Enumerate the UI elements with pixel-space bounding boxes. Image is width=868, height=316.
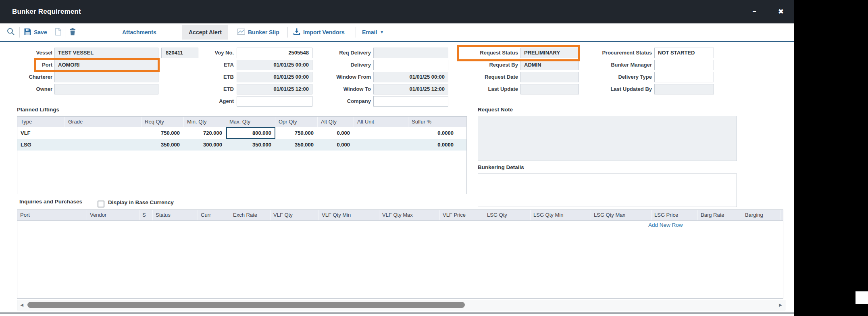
window-to-field[interactable]: 01/01/25 12:00 [373, 84, 448, 94]
cell-opr-qty[interactable]: 350.000 [275, 139, 318, 151]
last-update-field[interactable] [520, 84, 579, 94]
company-label: Company [322, 96, 371, 107]
cell-type[interactable]: LSG [17, 139, 65, 151]
procurement-status-label: Procurement Status [585, 48, 652, 58]
cell-max-qty[interactable]: 350.000 [226, 139, 275, 151]
bunkering-details-label: Bunkering Details [478, 164, 524, 170]
col-lsg-price: LSG Price [652, 210, 698, 220]
save-icon [24, 28, 31, 36]
col-port: Port [17, 210, 87, 220]
charterer-label: Charterer [8, 72, 52, 82]
col-s: S [139, 210, 153, 220]
search-icon [6, 27, 15, 37]
cell-sulfur[interactable]: 0.0000 [408, 127, 466, 139]
search-button[interactable] [6, 27, 15, 37]
cell-grade[interactable] [65, 127, 142, 139]
col-grade: Grade [65, 117, 142, 127]
etb-field[interactable]: 01/01/25 00:00 [237, 72, 312, 82]
request-note-textarea[interactable] [478, 116, 737, 161]
title-bar: Bunker Requirement − ✖ [0, 0, 794, 23]
etd-field[interactable]: 01/01/25 12:00 [237, 84, 312, 94]
accept-alert-button[interactable]: Accept Alert [182, 25, 228, 40]
cell-alt-qty[interactable]: 0.000 [318, 127, 354, 139]
cell-alt-unit[interactable] [354, 139, 408, 151]
voy-no-label: Voy No. [189, 48, 234, 58]
port-field[interactable]: AOMORI [54, 60, 158, 70]
horizontal-scrollbar[interactable]: ◀ ▶ [17, 300, 785, 310]
last-updated-by-field[interactable] [654, 84, 714, 94]
table-row: LSG 350.000 300.000 350.000 350.000 0.00… [17, 139, 466, 151]
display-base-currency-checkbox[interactable] [98, 201, 104, 207]
request-date-label: Request Date [463, 72, 518, 82]
col-min-qty: Min. Qty [184, 117, 226, 127]
voy-no-field[interactable]: 2505548 [237, 48, 312, 58]
display-base-currency-label: Display in Base Currency [108, 199, 174, 205]
delivery-field[interactable] [373, 60, 448, 70]
cell-grade[interactable] [65, 139, 142, 151]
agent-field[interactable] [237, 96, 312, 107]
inquiries-table: Port Vendor S Status Curr Exch Rate VLF … [17, 209, 783, 299]
window-to-label: Window To [322, 84, 371, 94]
import-vendors-button[interactable]: Import Vendors [293, 28, 345, 36]
col-opr-qty: Opr Qty [275, 117, 318, 127]
planned-liftings-title: Planned Liftings [17, 107, 59, 113]
trash-icon [69, 28, 76, 37]
bunker-slip-button[interactable]: Bunker Slip [237, 28, 279, 36]
bunker-slip-icon [237, 28, 245, 36]
bunker-requirement-window: Bunker Requirement − ✖ Save [0, 0, 794, 316]
cell-min-qty[interactable]: 720.000 [184, 127, 226, 139]
toolbar-separator [65, 27, 65, 38]
cell-type[interactable]: VLF [17, 127, 65, 139]
request-status-label: Request Status [463, 48, 518, 58]
cell-req-qty[interactable]: 350.000 [142, 139, 184, 151]
scroll-left-icon[interactable]: ◀ [18, 300, 25, 310]
vessel-label: Vessel [8, 48, 52, 58]
eta-label: ETA [189, 60, 234, 70]
delivery-type-field[interactable] [654, 72, 714, 82]
vessel-field[interactable]: TEST VESSEL [54, 48, 158, 58]
request-by-field[interactable]: ADMIN [520, 60, 579, 70]
delete-button[interactable] [69, 28, 76, 37]
bunker-manager-field[interactable] [654, 60, 714, 70]
cell-max-qty-selected[interactable]: 800.000 [226, 127, 275, 139]
cell-min-qty[interactable]: 300.000 [184, 139, 226, 151]
toolbar-separator [356, 27, 356, 38]
owner-field[interactable] [54, 84, 158, 94]
procurement-status-field[interactable]: NOT STARTED [654, 48, 714, 58]
add-new-row-link[interactable]: Add New Row [648, 222, 683, 228]
minimize-button[interactable]: − [748, 0, 760, 23]
col-type: Type [17, 117, 65, 127]
company-field[interactable] [373, 96, 448, 107]
attachments-button[interactable]: Attachments [122, 29, 156, 36]
window-title: Bunker Requirement [12, 0, 81, 23]
toolbar: Save Attachments Accept Alert [0, 23, 794, 42]
col-vlf-qty-max: VLF Qty Max [379, 210, 440, 220]
request-status-field[interactable]: PRELIMINARY [520, 48, 579, 58]
col-barging: Barging [742, 210, 781, 220]
close-button[interactable]: ✖ [775, 0, 787, 23]
cell-sulfur[interactable]: 0.0000 [408, 139, 466, 151]
toolbar-separator [19, 27, 20, 38]
cell-alt-unit[interactable] [354, 127, 408, 139]
request-date-field[interactable] [520, 72, 579, 82]
bunkering-details-textarea[interactable] [478, 174, 737, 207]
cell-alt-qty[interactable]: 0.000 [318, 139, 354, 151]
request-by-label: Request By [463, 60, 518, 70]
port-label: Port [8, 60, 52, 70]
cell-req-qty[interactable]: 750.000 [142, 127, 184, 139]
charterer-field[interactable] [54, 72, 158, 82]
col-max-qty: Max. Qty [226, 117, 275, 127]
col-curr: Curr [198, 210, 230, 220]
scroll-right-icon[interactable]: ▶ [777, 300, 784, 310]
eta-field[interactable]: 01/01/25 00:00 [237, 60, 312, 70]
new-document-button[interactable] [55, 28, 61, 37]
cell-opr-qty[interactable]: 750.000 [275, 127, 318, 139]
window-from-field[interactable]: 01/01/25 00:00 [373, 72, 448, 82]
scrollbar-thumb[interactable] [27, 302, 465, 308]
save-label: Save [34, 29, 47, 36]
col-status: Status [153, 210, 198, 220]
req-delivery-field[interactable] [373, 48, 448, 58]
email-dropdown-button[interactable]: Email ▼ [362, 29, 384, 36]
planned-liftings-header-row: Type Grade Req Qty Min. Qty Max. Qty Opr… [17, 117, 466, 127]
save-button[interactable]: Save [24, 28, 47, 36]
